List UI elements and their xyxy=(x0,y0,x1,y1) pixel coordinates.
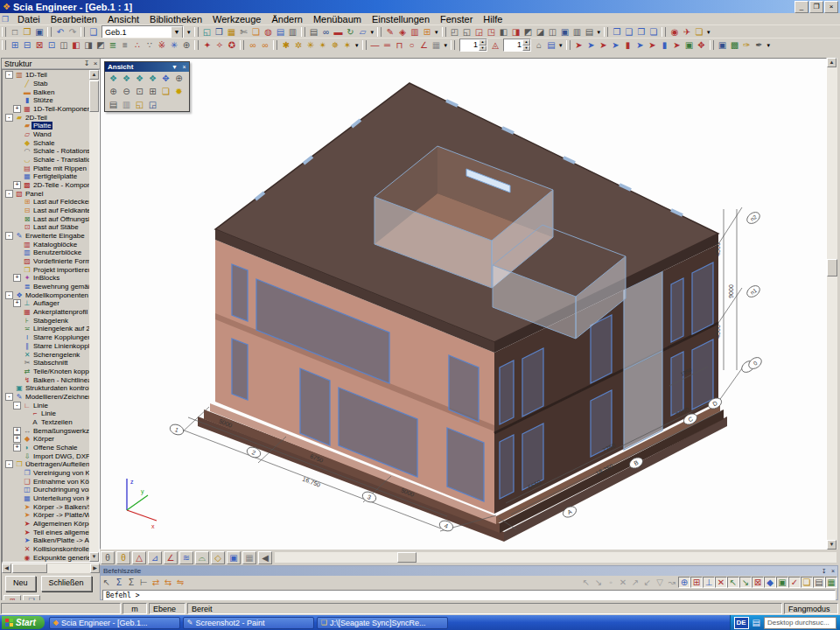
half2-icon[interactable]: ◨ xyxy=(82,39,94,51)
toolbar-overflow[interactable]: ▾ xyxy=(433,29,440,36)
angle-icon[interactable]: ∠ xyxy=(418,39,430,51)
tree-item[interactable]: ↯ Balken - Nichtlinearität xyxy=(3,375,89,384)
ref-icon[interactable]: ※ xyxy=(156,39,168,51)
chevron-down-icon[interactable]: ▼ xyxy=(171,26,183,38)
save-icon[interactable]: ▣ xyxy=(33,26,46,38)
tree-expander[interactable]: + xyxy=(13,274,21,282)
tree-item[interactable]: ▤ Platte mit Rippen xyxy=(3,164,89,172)
toolbar-handle[interactable] xyxy=(273,40,277,50)
tree-item[interactable]: ⊠ Last auf Öffnungskanten xyxy=(3,214,89,223)
tree-item[interactable]: + ◆ Körper xyxy=(3,435,89,444)
beam-tool-icon[interactable]: ➤ xyxy=(598,39,610,51)
annotate-icon[interactable]: ✑ xyxy=(741,39,753,51)
corner-icon[interactable]: ◩ xyxy=(94,39,107,51)
book-icon[interactable]: ▬ xyxy=(332,26,345,38)
raster-icon[interactable]: ▦ xyxy=(430,39,443,51)
zoom-in-icon[interactable]: ⊕ xyxy=(107,86,120,97)
view-axo-icon[interactable]: ❖ xyxy=(146,73,159,84)
zoom-icon[interactable]: ⊕ xyxy=(172,73,186,84)
toolbar-overflow[interactable]: ▾ xyxy=(596,29,603,36)
tree-expander[interactable]: - xyxy=(5,71,13,79)
snap-intersect-icon[interactable]: ✕ xyxy=(715,577,727,588)
tree-item[interactable]: ◫ Durchdringung von Körpern xyxy=(3,486,89,494)
sheet-icon[interactable]: ▥ xyxy=(409,26,421,38)
schliessen-button[interactable]: Schließen xyxy=(41,576,92,592)
dots2-icon[interactable]: ∵ xyxy=(144,39,156,51)
view-yz-icon[interactable]: ❖ xyxy=(133,73,146,84)
tool-icon[interactable]: ✳ xyxy=(304,39,317,51)
snap-sw-icon[interactable]: ↙ xyxy=(641,577,654,588)
view-params-icon[interactable]: ◲ xyxy=(146,99,159,110)
isometry-icon[interactable]: ◇ xyxy=(211,551,225,564)
toolbar-handle[interactable] xyxy=(566,40,570,50)
toolbar-handle[interactable] xyxy=(80,27,85,37)
beam-tool-icon[interactable]: ➤ xyxy=(671,39,683,51)
toolbar-overflow[interactable]: ▾ xyxy=(186,29,192,36)
snap-mid-icon[interactable]: ↘ xyxy=(739,577,752,588)
gallery-icon[interactable]: ◈ xyxy=(396,26,409,38)
ansicht-toolbar-titlebar[interactable]: Ansicht ▼ × xyxy=(105,62,189,72)
tree-item[interactable]: ⊟ Last auf Feldkanten xyxy=(3,206,89,215)
view-layout-icon[interactable]: ▤ xyxy=(584,26,596,38)
axis-icon[interactable]: ⊢ xyxy=(137,577,150,588)
tree-item[interactable]: ∥ Starre Linienkopplung xyxy=(3,342,89,351)
tree-item[interactable]: + ⊥ Auflager xyxy=(3,299,89,308)
tree-expander[interactable]: + xyxy=(13,105,21,113)
member-icon[interactable]: ⊟ xyxy=(21,39,33,51)
tree-expander[interactable]: - xyxy=(5,114,13,122)
tree-item[interactable]: - ❖ Modellkomponenten xyxy=(3,290,89,299)
zoom-all-icon[interactable]: ⊞ xyxy=(146,86,159,97)
model-viewport[interactable]: 5000 6750 5000 16.750 5650 7250 5350 18.… xyxy=(100,58,827,550)
tree-item[interactable]: ≣ Bewehrung gemäß Vorlage xyxy=(3,283,89,291)
tree-item[interactable]: - ∟ Linie xyxy=(3,401,89,410)
tree-item[interactable]: ⊡ Last auf Stäbe xyxy=(3,223,89,232)
spinner-down-icon[interactable]: ▼ xyxy=(479,46,486,52)
menu-item[interactable]: Bearbeiten xyxy=(46,14,102,24)
export-icon[interactable]: ▩ xyxy=(729,39,741,51)
menu-item[interactable]: Datei xyxy=(12,14,46,24)
taskbar-task[interactable]: ◆ Scia Engineer - [Geb.1... xyxy=(49,617,180,629)
tree-expander[interactable]: - xyxy=(13,402,21,410)
page-icon[interactable]: ▱ xyxy=(357,26,369,38)
neu-button[interactable]: Neu xyxy=(5,576,36,592)
collapse-icon[interactable]: ◀ xyxy=(258,551,272,564)
clipping-icon[interactable]: θ xyxy=(101,551,115,564)
scrollbar-thumb[interactable] xyxy=(397,552,416,563)
annotate2-icon[interactable]: ✒ xyxy=(753,39,766,51)
toolbar-handle[interactable] xyxy=(2,27,6,37)
toolbar-handle[interactable] xyxy=(451,40,455,50)
view-layout-icon[interactable]: ◧ xyxy=(498,26,510,38)
scroll-left-icon[interactable]: ◀ xyxy=(2,564,11,573)
tree-item[interactable]: ➤ Balken/Platte -> Allgemein xyxy=(3,536,89,545)
activity-spinner[interactable]: 1 ▲▼ xyxy=(459,38,487,52)
tree-item[interactable]: A Textzeilen xyxy=(3,418,89,427)
tree-expander[interactable]: - xyxy=(5,460,13,468)
tool-icon[interactable]: ✱ xyxy=(280,39,292,51)
tree-item[interactable]: ✂ Stabschnitt xyxy=(3,359,89,368)
close-icon[interactable]: × xyxy=(91,60,100,67)
node-icon[interactable]: ⊞ xyxy=(9,39,21,51)
pin-icon[interactable]: ↧ xyxy=(820,568,829,575)
toolbar-handle[interactable] xyxy=(2,40,6,50)
wireframe-icon[interactable]: ▥ xyxy=(120,99,133,110)
tree-expander[interactable]: + xyxy=(13,299,21,307)
clip-box-icon[interactable]: ◱ xyxy=(133,99,146,110)
snap-folder-icon[interactable]: ❏ xyxy=(801,577,813,588)
window-icon[interactable]: ❑ xyxy=(88,26,100,38)
tree-expander[interactable]: - xyxy=(5,393,13,401)
snap-perp-icon[interactable]: ⊥ xyxy=(703,577,715,588)
filter-icon[interactable]: ⊡ xyxy=(46,39,58,51)
tree-item[interactable]: ❑ Entnahme von Körpern xyxy=(3,477,89,486)
tree-item[interactable]: + ◗ Offene Schale xyxy=(3,444,89,452)
tree-item[interactable]: ⊞ Last auf Feldecken xyxy=(3,198,89,206)
toolbar-overflow[interactable]: ▾ xyxy=(557,42,564,49)
beam-tool-icon[interactable]: ➤ xyxy=(610,39,622,51)
pin-icon[interactable]: ↧ xyxy=(82,60,91,67)
close-icon[interactable]: × xyxy=(829,568,837,574)
tree-item[interactable]: ▬ Balken xyxy=(3,88,89,96)
tree-expander[interactable]: - xyxy=(5,190,13,198)
view-layout-icon[interactable]: ◩ xyxy=(522,26,535,38)
view-xz-icon[interactable]: ❖ xyxy=(120,73,133,84)
menu-item[interactable]: Einstellungen xyxy=(367,14,435,24)
folder-plus-icon[interactable]: ❏ xyxy=(693,26,705,38)
